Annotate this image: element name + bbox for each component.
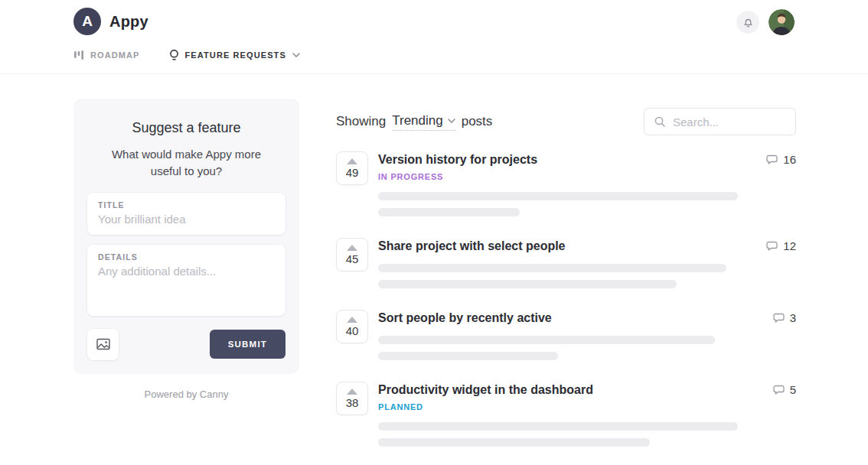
vote-count: 40 xyxy=(346,325,359,337)
post-row: 38 Productivity widget in the dashboard … xyxy=(336,382,796,447)
skeleton-text-bar xyxy=(378,422,738,431)
board-header: Showing Trending posts xyxy=(336,108,796,135)
post-row: 40 Sort people by recently active 3 xyxy=(336,310,796,360)
upvote-arrow-icon xyxy=(347,158,357,164)
post-title[interactable]: Version history for projects xyxy=(378,153,537,167)
submit-button[interactable]: SUBMIT xyxy=(210,330,286,359)
search-input[interactable] xyxy=(673,115,786,128)
brand: A Appy xyxy=(73,8,148,35)
post-title[interactable]: Sort people by recently active xyxy=(378,311,552,325)
suggest-feature-heading: Suggest a feature xyxy=(87,120,286,136)
status-badge: PLANNED xyxy=(378,402,796,411)
comment-count[interactable]: 3 xyxy=(772,311,796,324)
comment-count[interactable]: 12 xyxy=(765,239,796,252)
vote-count: 45 xyxy=(346,253,359,265)
showing-suffix: posts xyxy=(462,114,493,129)
comment-count-value: 16 xyxy=(783,153,796,166)
post-title[interactable]: Productivity widget in the dashboard xyxy=(378,383,593,397)
post-body: Sort people by recently active 3 xyxy=(378,310,796,360)
vote-count: 38 xyxy=(346,397,359,408)
post-body: Share project with select people 12 xyxy=(378,238,796,288)
posts-board: Showing Trending posts 49 xyxy=(336,108,796,465)
nav-roadmap-label: ROADMAP xyxy=(90,50,140,60)
nav-feature-requests[interactable]: FEATURE REQUESTS xyxy=(169,49,300,61)
sort-dropdown[interactable]: Trending xyxy=(392,113,455,131)
status-badge: IN PROGRESS xyxy=(378,172,796,181)
comment-count-value: 3 xyxy=(790,311,796,324)
app-name: Appy xyxy=(109,13,148,31)
upvote-arrow-icon xyxy=(347,317,357,323)
roadmap-bars-icon xyxy=(73,50,84,60)
title-field-label: TITLE xyxy=(98,200,275,210)
sort-selected-value: Trending xyxy=(392,113,442,128)
comment-count[interactable]: 16 xyxy=(765,153,796,166)
comment-bubble-icon xyxy=(765,240,778,252)
post-row: 49 Version history for projects 16 IN PR… xyxy=(336,151,796,216)
chevron-down-icon xyxy=(448,119,455,123)
vote-count: 49 xyxy=(346,167,359,178)
search-icon xyxy=(654,115,666,128)
app-header: A Appy xyxy=(0,0,868,74)
skeleton-text-bar xyxy=(378,438,650,447)
lightbulb-icon xyxy=(169,49,179,61)
showing-prefix: Showing xyxy=(336,114,386,129)
attach-image-button[interactable] xyxy=(87,329,119,360)
header-actions xyxy=(736,9,795,35)
post-body: Productivity widget in the dashboard 5 P… xyxy=(378,382,796,447)
upvote-button[interactable]: 45 xyxy=(336,238,368,272)
suggest-feature-card: Suggest a feature What would make Appy m… xyxy=(73,99,299,374)
comment-bubble-icon xyxy=(765,154,778,166)
post-title[interactable]: Share project with select people xyxy=(378,239,566,253)
powered-by-canny[interactable]: Powered by Canny xyxy=(73,389,299,400)
comment-bubble-icon xyxy=(772,384,785,396)
comment-count-value: 5 xyxy=(790,383,796,396)
suggest-form-footer: SUBMIT xyxy=(87,329,286,360)
skeleton-text-bar xyxy=(378,208,520,216)
comment-count-value: 12 xyxy=(783,239,796,252)
post-body: Version history for projects 16 IN PROGR… xyxy=(378,151,796,216)
app-logo: A xyxy=(73,8,101,35)
comment-bubble-icon xyxy=(772,312,785,324)
bell-icon xyxy=(742,17,754,28)
skeleton-text-bar xyxy=(378,192,738,200)
showing-sort-control: Showing Trending posts xyxy=(336,113,492,131)
skeleton-text-bar xyxy=(378,352,558,360)
user-avatar[interactable] xyxy=(768,9,795,35)
upvote-arrow-icon xyxy=(347,389,357,395)
image-icon xyxy=(96,338,110,350)
comment-count[interactable]: 5 xyxy=(772,383,796,396)
title-input[interactable] xyxy=(98,213,275,226)
nav-feature-requests-label: FEATURE REQUESTS xyxy=(185,50,286,60)
search-box xyxy=(644,108,796,135)
upvote-button[interactable]: 38 xyxy=(336,382,368,415)
posts-list: 49 Version history for projects 16 IN PR… xyxy=(336,151,796,447)
notifications-button[interactable] xyxy=(736,11,759,34)
details-textarea[interactable] xyxy=(98,265,275,304)
post-row: 45 Share project with select people 12 xyxy=(336,238,796,288)
details-field-box: DETAILS xyxy=(87,245,286,316)
chevron-down-icon xyxy=(292,53,300,57)
suggest-feature-subheading: What would make Appy more useful to you? xyxy=(101,146,272,180)
skeleton-text-bar xyxy=(378,336,715,344)
upvote-button[interactable]: 40 xyxy=(336,310,368,343)
title-field-box: TITLE xyxy=(87,193,286,235)
details-field-label: DETAILS xyxy=(98,252,275,262)
app-logo-letter: A xyxy=(82,13,93,30)
skeleton-text-bar xyxy=(378,280,677,288)
board-nav: ROADMAP FEATURE REQUESTS xyxy=(73,49,300,61)
skeleton-text-bar xyxy=(378,264,726,272)
upvote-arrow-icon xyxy=(347,245,357,251)
upvote-button[interactable]: 49 xyxy=(336,151,368,185)
nav-roadmap[interactable]: ROADMAP xyxy=(73,50,140,60)
